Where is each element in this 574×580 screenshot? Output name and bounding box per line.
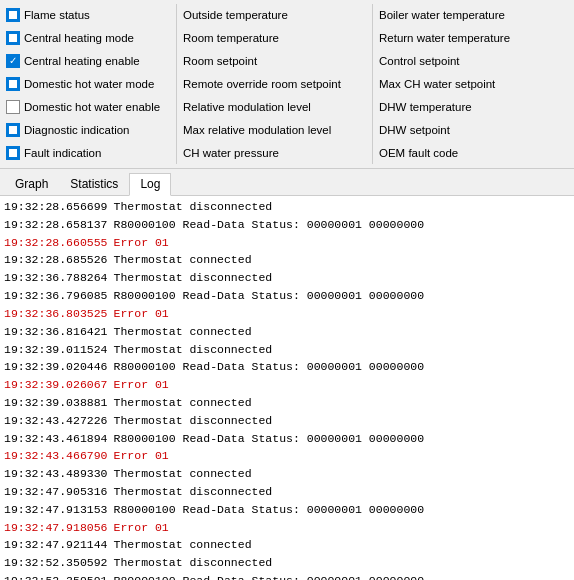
status-label: Central heating enable [24, 55, 140, 67]
checkbox-icon[interactable] [6, 8, 20, 22]
log-timestamp: 19:32:52.359591 [4, 572, 108, 580]
log-message: Thermostat connected [114, 394, 252, 412]
status-row: Relative modulation level [183, 96, 372, 118]
log-message: Error 01 [114, 305, 169, 323]
log-message: Thermostat disconnected [114, 198, 273, 216]
log-timestamp: 19:32:28.685526 [4, 251, 108, 269]
status-row: Central heating mode [6, 27, 176, 49]
tab-statistics[interactable]: Statistics [59, 173, 129, 195]
log-timestamp: 19:32:52.350592 [4, 554, 108, 572]
status-label: Control setpoint [379, 55, 460, 67]
log-message: Thermostat connected [114, 465, 252, 483]
status-label: Boiler water temperature [379, 9, 505, 21]
status-label: Max relative modulation level [183, 124, 331, 136]
status-row: Remote override room setpoint [183, 73, 372, 95]
log-message: Thermostat disconnected [114, 341, 273, 359]
log-message: R80000100 Read-Data Status: 00000001 000… [114, 501, 425, 519]
tab-log[interactable]: Log [129, 173, 171, 196]
log-timestamp: 19:32:28.660555 [4, 234, 108, 252]
status-label: Fault indication [24, 147, 101, 159]
log-message: Thermostat disconnected [114, 554, 273, 572]
log-timestamp: 19:32:39.020446 [4, 358, 108, 376]
log-entry: 19:32:52.350592Thermostat disconnected [4, 554, 570, 572]
checkbox-icon[interactable] [6, 77, 20, 91]
log-timestamp: 19:32:39.026067 [4, 376, 108, 394]
status-row: Outside temperature [183, 4, 372, 26]
status-row: Room setpoint [183, 50, 372, 72]
log-message: R80000100 Read-Data Status: 00000001 000… [114, 216, 425, 234]
log-entry: 19:32:47.918056Error 01 [4, 519, 570, 537]
log-entry: 19:32:47.921144Thermostat connected [4, 536, 570, 554]
status-label: DHW temperature [379, 101, 472, 113]
status-row: Diagnostic indication [6, 119, 176, 141]
log-timestamp: 19:32:36.816421 [4, 323, 108, 341]
log-entry: 19:32:39.011524Thermostat disconnected [4, 341, 570, 359]
status-label: Domestic hot water enable [24, 101, 160, 113]
log-timestamp: 19:32:39.011524 [4, 341, 108, 359]
log-entry: 19:32:43.427226Thermostat disconnected [4, 412, 570, 430]
log-entry: 19:32:39.020446R80000100 Read-Data Statu… [4, 358, 570, 376]
status-row: CH water pressure [183, 142, 372, 164]
log-entry: 19:32:28.660555Error 01 [4, 234, 570, 252]
status-row: Return water temperature [379, 27, 568, 49]
log-panel[interactable]: 19:32:28.656699Thermostat disconnected19… [0, 196, 574, 580]
status-label: Room temperature [183, 32, 279, 44]
log-message: R80000100 Read-Data Status: 00000001 000… [114, 358, 425, 376]
log-entry: 19:32:28.685526Thermostat connected [4, 251, 570, 269]
log-timestamp: 19:32:28.656699 [4, 198, 108, 216]
log-timestamp: 19:32:47.921144 [4, 536, 108, 554]
log-message: R80000100 Read-Data Status: 00000001 000… [114, 430, 425, 448]
status-label: Central heating mode [24, 32, 134, 44]
status-label: Remote override room setpoint [183, 78, 341, 90]
log-timestamp: 19:32:47.913153 [4, 501, 108, 519]
status-row: Max relative modulation level [183, 119, 372, 141]
status-row: OEM fault code [379, 142, 568, 164]
log-timestamp: 19:32:43.466790 [4, 447, 108, 465]
log-timestamp: 19:32:36.788264 [4, 269, 108, 287]
checkbox-icon[interactable] [6, 100, 20, 114]
status-row: Max CH water setpoint [379, 73, 568, 95]
log-message: Error 01 [114, 376, 169, 394]
log-timestamp: 19:32:36.803525 [4, 305, 108, 323]
status-label: Diagnostic indication [24, 124, 129, 136]
log-timestamp: 19:32:43.427226 [4, 412, 108, 430]
status-row: Domestic hot water mode [6, 73, 176, 95]
log-timestamp: 19:32:39.038881 [4, 394, 108, 412]
log-entry: 19:32:36.796085R80000100 Read-Data Statu… [4, 287, 570, 305]
status-row: Domestic hot water enable [6, 96, 176, 118]
log-entry: 19:32:28.656699Thermostat disconnected [4, 198, 570, 216]
status-row: Room temperature [183, 27, 372, 49]
log-entry: 19:32:47.905316Thermostat disconnected [4, 483, 570, 501]
status-label: Domestic hot water mode [24, 78, 154, 90]
log-entry: 19:32:52.359591R80000100 Read-Data Statu… [4, 572, 570, 580]
status-label: DHW setpoint [379, 124, 450, 136]
log-timestamp: 19:32:47.905316 [4, 483, 108, 501]
log-entry: 19:32:43.461894R80000100 Read-Data Statu… [4, 430, 570, 448]
checkbox-icon[interactable] [6, 31, 20, 45]
log-entry: 19:32:39.026067Error 01 [4, 376, 570, 394]
checkbox-icon[interactable] [6, 123, 20, 137]
log-entry: 19:32:47.913153R80000100 Read-Data Statu… [4, 501, 570, 519]
log-message: Thermostat connected [114, 323, 252, 341]
tabs-bar: GraphStatisticsLog [0, 169, 574, 196]
log-message: Error 01 [114, 234, 169, 252]
tab-graph[interactable]: Graph [4, 173, 59, 195]
log-message: Thermostat connected [114, 536, 252, 554]
status-row: Boiler water temperature [379, 4, 568, 26]
status-label: Relative modulation level [183, 101, 311, 113]
log-message: Thermostat connected [114, 251, 252, 269]
status-grid: Flame statusCentral heating modeCentral … [6, 4, 568, 164]
status-row: Flame status [6, 4, 176, 26]
status-row: Central heating enable [6, 50, 176, 72]
log-timestamp: 19:32:43.489330 [4, 465, 108, 483]
status-col-1: Outside temperatureRoom temperatureRoom … [176, 4, 372, 164]
status-row: DHW setpoint [379, 119, 568, 141]
log-timestamp: 19:32:47.918056 [4, 519, 108, 537]
checkbox-icon[interactable] [6, 54, 20, 68]
log-timestamp: 19:32:36.796085 [4, 287, 108, 305]
status-row: Fault indication [6, 142, 176, 164]
checkbox-icon[interactable] [6, 146, 20, 160]
status-row: Control setpoint [379, 50, 568, 72]
log-entry: 19:32:36.803525Error 01 [4, 305, 570, 323]
log-entry: 19:32:43.489330Thermostat connected [4, 465, 570, 483]
